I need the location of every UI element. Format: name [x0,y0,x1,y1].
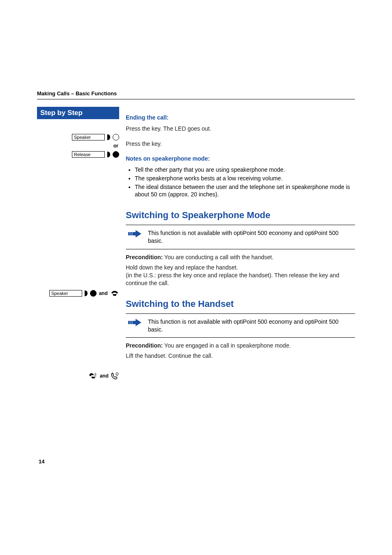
led-filled-icon [90,290,97,297]
key-led-icon [107,152,110,157]
handset-note-text: This function is not available with opti… [148,318,353,334]
led-filled-icon [113,151,119,158]
speakerphone-action: Hold down the key and replace the handse… [126,264,355,287]
release-key-label: Release [72,151,105,158]
running-header: Making Calls – Basic Functions [37,90,355,99]
svg-rect-2 [128,232,130,235]
handset-lift-icon [88,373,97,379]
speaker-key-label-2: Speaker [49,290,82,297]
right-column: Ending the call: Press the key. The LED … [119,107,355,362]
and-label-1: and [99,290,108,296]
handset-down-icon [110,290,119,297]
svg-rect-8 [132,321,136,324]
svg-rect-6 [128,321,130,324]
note-arrow-icon [128,229,142,238]
handset-precondition: Precondition: You are engaged in a call … [126,342,355,350]
svg-rect-7 [130,321,132,324]
precondition-label-2: Precondition: [126,342,163,349]
speakerphone-heading: Switching to Speakerphone Mode [126,210,355,221]
key-led-icon [107,134,110,140]
speaker-key-label: Speaker [72,134,105,140]
press-key-led-text: Press the key. The LED goes out. [126,125,355,133]
notes-item-2: The speakerphone works bests at a low re… [135,175,355,182]
or-label: or [72,143,118,149]
speakerphone-precondition: Precondition: You are conducting a call … [126,253,355,261]
press-key-text: Press the key. [126,140,355,148]
ending-call-heading: Ending the call: [126,114,355,121]
speaker-and-handset-row: Speaker and [49,290,119,297]
precondition-text-2: You are engaged in a call in speakerphon… [163,342,291,349]
step-by-step-banner: Step by Step [37,107,119,119]
svg-point-0 [116,373,118,375]
notes-item-1: Tell the other party that you are using … [135,166,355,174]
speakerphone-note-text: This function is not available with opti… [148,229,353,245]
notes-list: Tell the other party that you are using … [126,166,355,199]
svg-rect-4 [132,232,136,235]
handset-note-block: This function is not available with opti… [126,313,355,338]
svg-marker-9 [136,319,141,326]
speaker-key-row: Speaker [72,134,119,140]
key-led-icon [85,290,88,296]
note-arrow-icon [128,318,142,327]
svg-rect-3 [130,232,132,235]
speakerphone-note-block: This function is not available with opti… [126,225,355,249]
and-label-2: and [100,373,108,379]
handset-heading: Switching to the Handset [126,299,355,309]
page-number: 14 [39,458,44,465]
left-column: Step by Step Speaker or Release Spea [37,107,119,362]
release-key-row: Release [72,151,119,158]
svg-marker-5 [136,230,141,237]
handset-action: Lift the handset. Continue the call. [126,352,355,360]
precondition-text: You are conducting a call with the hands… [163,254,273,260]
precondition-label: Precondition: [126,254,163,260]
notes-item-3: The ideal distance between the user and … [135,183,355,199]
lift-and-talk-row: and [88,372,119,380]
led-open-icon [113,134,119,140]
handset-talk-icon [111,372,119,380]
notes-heading: Notes on speakerphone mode: [126,155,355,162]
